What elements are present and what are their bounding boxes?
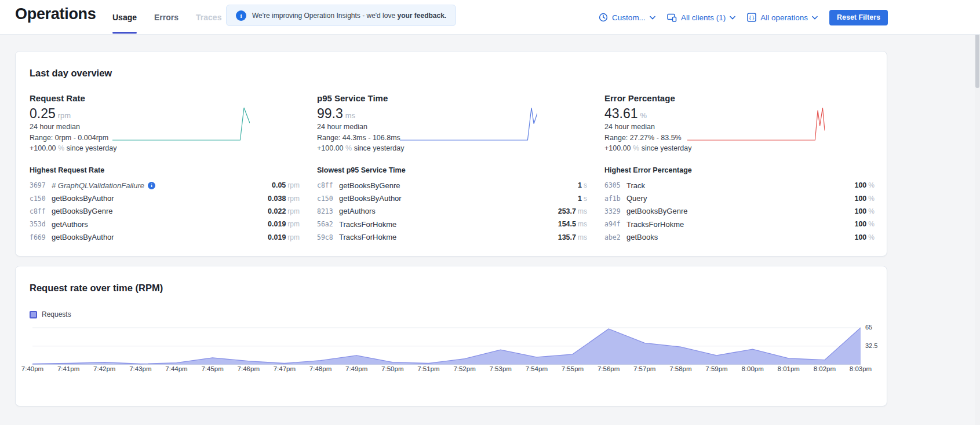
- operation-value: 253.7ms: [558, 207, 587, 215]
- operation-value: 0.05rpm: [272, 181, 300, 189]
- operation-row[interactable]: 3329getBooksByGenre100%: [604, 205, 875, 218]
- operation-id: c150: [317, 195, 339, 203]
- operation-id: c150: [30, 195, 52, 203]
- operation-row[interactable]: 56a2TracksForHokme154.5ms: [317, 218, 587, 230]
- operation-row[interactable]: c8ffgetBooksByGenre0.022rpm: [30, 205, 300, 218]
- operation-value: 100%: [854, 195, 875, 203]
- operation-row[interactable]: af1bQuery100%: [604, 192, 875, 204]
- metric-name: p95 Service Time: [317, 93, 587, 103]
- rpm-area-chart: [32, 323, 861, 365]
- operation-value: 0.038rpm: [268, 195, 300, 203]
- time-range-label: Custom...: [612, 13, 646, 22]
- operation-row[interactable]: 8213getAuthors253.7ms: [317, 205, 587, 218]
- feedback-banner: i We're improving Operation Insights - w…: [226, 5, 456, 26]
- x-axis-label: 7:42pm: [93, 365, 115, 372]
- operation-id: 353d: [30, 220, 52, 228]
- operation-id: 59c8: [317, 233, 339, 241]
- operation-value: 0.019rpm: [268, 233, 300, 241]
- p95-service-time-metric: p95 Service Time 99.3ms 24 hour median R…: [317, 93, 587, 158]
- tab-errors[interactable]: Errors: [154, 0, 178, 35]
- feedback-link[interactable]: your feedback.: [397, 12, 446, 20]
- x-axis-label: 7:51pm: [417, 365, 439, 372]
- operation-value: 100%: [854, 233, 875, 241]
- operation-value: 1s: [578, 181, 587, 189]
- x-axis-label: 7:56pm: [598, 365, 620, 372]
- chart-title: Request rate over time (RPM): [30, 283, 163, 294]
- rpm-chart-card: Request rate over time (RPM) Requests 7:…: [15, 266, 887, 406]
- operation-name: getBooksByGenre: [52, 207, 113, 215]
- operation-row[interactable]: 6305Track100%: [604, 179, 875, 192]
- operation-id: 3697: [30, 181, 52, 189]
- operation-row[interactable]: abe2getBooks100%: [604, 231, 875, 244]
- scrollbar-track: [975, 0, 980, 425]
- y-axis-label: 32.5: [865, 342, 877, 349]
- x-axis-label: 7:57pm: [633, 365, 655, 372]
- request-rate-metric: Request Rate 0.25rpm 24 hour median Rang…: [30, 93, 300, 158]
- clock-icon: [599, 13, 608, 22]
- tab-traces[interactable]: Traces: [196, 0, 221, 35]
- operation-name: getAuthors: [52, 220, 88, 229]
- operation-id: 3329: [604, 207, 626, 215]
- x-axis-label: 7:59pm: [705, 365, 727, 372]
- operation-row[interactable]: c150getBooksByAuthor1s: [317, 192, 587, 204]
- operation-value: 154.5ms: [558, 220, 587, 228]
- operation-name: getAuthors: [339, 207, 376, 215]
- chart-legend[interactable]: Requests: [30, 310, 71, 318]
- operation-name: # GraphQLValidationFailure: [52, 181, 144, 190]
- last-day-overview-card: Last day overview Request Rate 0.25rpm 2…: [15, 51, 887, 257]
- list-title: Highest Request Rate: [30, 166, 300, 174]
- operation-row[interactable]: 353dgetAuthors0.019rpm: [30, 218, 300, 230]
- time-range-filter[interactable]: Custom...: [599, 13, 655, 22]
- operation-name: getBooksByAuthor: [339, 194, 402, 203]
- operation-name: Query: [626, 194, 647, 203]
- x-axis-label: 7:43pm: [129, 365, 151, 372]
- x-axis-label: 7:45pm: [201, 365, 223, 372]
- operation-name: Track: [626, 181, 645, 190]
- operation-value: 135.7ms: [558, 233, 587, 241]
- operation-row[interactable]: 59c8TracksForHokme135.7ms: [317, 231, 587, 244]
- x-axis-label: 7:52pm: [453, 365, 475, 372]
- filter-controls: Custom... All clients (1) {} All operati…: [599, 0, 888, 35]
- x-axis-label: 8:00pm: [741, 365, 763, 372]
- operations-filter[interactable]: {} All operations: [747, 13, 818, 22]
- operation-name: getBooksByAuthor: [52, 194, 114, 203]
- devices-icon: [667, 13, 677, 22]
- operation-name: getBooksByGenre: [339, 181, 400, 190]
- chevron-down-icon: [650, 16, 655, 20]
- operation-name: getBooksByAuthor: [52, 233, 114, 241]
- slowest-p95-list: Slowest p95 Service Time c8ffgetBooksByG…: [317, 166, 587, 244]
- metric-name: Request Rate: [30, 93, 300, 103]
- operation-name: getBooksByGenre: [626, 207, 688, 215]
- operation-name: TracksForHokme: [339, 220, 396, 229]
- operation-id: 56a2: [317, 220, 339, 228]
- operation-id: c8ff: [30, 207, 52, 215]
- x-axis-label: 7:46pm: [238, 365, 260, 372]
- y-axis-label: 65: [865, 324, 872, 331]
- x-axis-label: 8:01pm: [778, 365, 800, 372]
- error-percentage-metric: Error Percentage 43.61% 24 hour median R…: [604, 93, 875, 158]
- tab-usage[interactable]: Usage: [112, 0, 137, 35]
- operation-row[interactable]: 3697# GraphQLValidationFailurei0.05rpm: [30, 179, 300, 192]
- svg-text:{}: {}: [749, 15, 755, 21]
- x-axis-label: 7:50pm: [381, 365, 403, 372]
- operation-value: 100%: [854, 181, 875, 189]
- operation-id: 6305: [604, 181, 626, 189]
- x-axis-label: 7:40pm: [21, 365, 43, 372]
- info-icon[interactable]: i: [148, 182, 155, 189]
- metric-delta: +100.00 % since yesterday: [30, 143, 300, 154]
- operation-row[interactable]: c8ffgetBooksByGenre1s: [317, 179, 587, 192]
- top-header-bar: Operations Usage Errors Traces i We're i…: [0, 0, 980, 35]
- operation-id: af1b: [604, 195, 626, 203]
- reset-filters-button[interactable]: Reset Filters: [829, 10, 888, 25]
- x-axis-label: 7:53pm: [490, 365, 512, 372]
- operation-value: 0.022rpm: [268, 207, 300, 215]
- operation-id: abe2: [604, 233, 626, 241]
- request-rate-sparkline: [112, 107, 250, 141]
- operation-name: getBooks: [626, 233, 658, 241]
- operation-id: a94f: [604, 220, 626, 228]
- clients-filter[interactable]: All clients (1): [667, 13, 735, 22]
- operation-row[interactable]: a94fTracksForHokme100%: [604, 218, 875, 230]
- operation-row[interactable]: c150getBooksByAuthor0.038rpm: [30, 192, 300, 204]
- operation-row[interactable]: f669getBooksByAuthor0.019rpm: [30, 231, 300, 244]
- p95-sparkline: [400, 107, 537, 141]
